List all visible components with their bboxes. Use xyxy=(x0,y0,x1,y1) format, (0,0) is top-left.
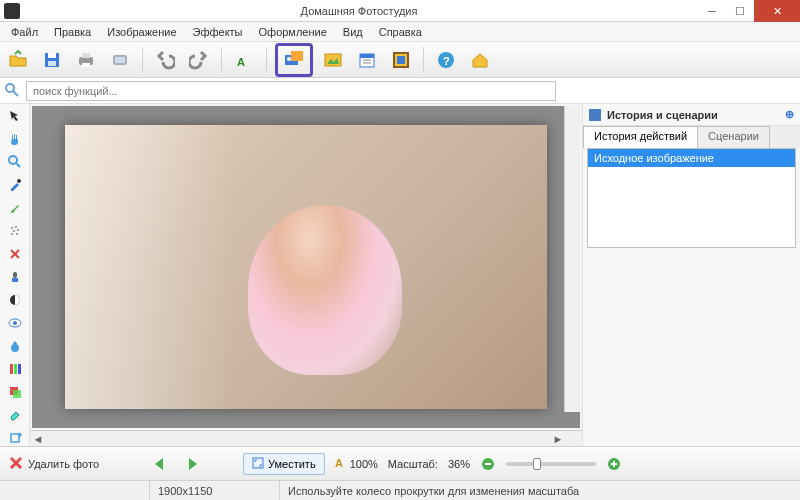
frames-icon[interactable] xyxy=(387,46,415,74)
svg-point-29 xyxy=(17,229,19,231)
redo-icon[interactable] xyxy=(185,46,213,74)
toolbar-separator xyxy=(266,47,267,73)
pointer-tool-icon[interactable] xyxy=(4,108,26,125)
maximize-button[interactable]: ☐ xyxy=(726,0,754,22)
svg-rect-12 xyxy=(325,54,341,66)
fit-button[interactable]: Уместить xyxy=(243,453,325,475)
close-button[interactable]: ✕ xyxy=(754,0,800,22)
color-picker-tool-icon[interactable] xyxy=(4,177,26,194)
menu-file[interactable]: Файл xyxy=(4,24,45,40)
hand-tool-icon[interactable] xyxy=(4,131,26,148)
menu-effects[interactable]: Эффекты xyxy=(186,24,250,40)
menubar: Файл Правка Изображение Эффекты Оформлен… xyxy=(0,22,800,42)
one-to-one-button[interactable]: A 100% xyxy=(335,457,378,471)
save-icon[interactable] xyxy=(38,46,66,74)
rotate-tool-icon[interactable] xyxy=(4,429,26,446)
svg-point-30 xyxy=(11,233,13,235)
undo-icon[interactable] xyxy=(151,46,179,74)
calendar-icon[interactable] xyxy=(353,46,381,74)
window-title: Домашняя Фотостудия xyxy=(20,5,698,17)
zoom-slider-thumb[interactable] xyxy=(533,458,541,470)
delete-photo-button[interactable]: Удалить фото xyxy=(8,455,99,473)
svg-rect-7 xyxy=(115,57,125,63)
redeye-tool-icon[interactable] xyxy=(4,314,26,331)
prev-image-button[interactable] xyxy=(149,453,171,475)
svg-line-22 xyxy=(13,91,18,96)
collapse-icon[interactable]: ⊕ xyxy=(785,108,794,121)
status-empty xyxy=(0,481,150,500)
svg-rect-18 xyxy=(397,56,405,64)
vertical-scrollbar[interactable] xyxy=(564,106,580,412)
panel-header: История и сценарии ⊕ xyxy=(583,104,800,126)
contrast-tool-icon[interactable] xyxy=(4,292,26,309)
zoom-slider[interactable] xyxy=(506,462,596,466)
photo-preview xyxy=(65,125,547,408)
open-folder-icon[interactable] xyxy=(4,46,32,74)
history-item[interactable]: Исходное изображение xyxy=(588,149,795,167)
history-list: Исходное изображение xyxy=(587,148,796,248)
blur-tool-icon[interactable] xyxy=(4,337,26,354)
eraser-tool-icon[interactable] xyxy=(4,406,26,423)
airbrush-tool-icon[interactable] xyxy=(4,223,26,240)
canvas-container: ◄ ► xyxy=(30,104,582,446)
bottombar: Удалить фото Уместить A 100% Масштаб: 36… xyxy=(0,446,800,480)
layers-tool-icon[interactable] xyxy=(4,383,26,400)
healing-tool-icon[interactable] xyxy=(4,246,26,263)
minimize-button[interactable]: ─ xyxy=(698,0,726,22)
svg-rect-47 xyxy=(253,458,263,468)
horizontal-scrollbar[interactable]: ◄ ► xyxy=(30,430,582,446)
svg-point-23 xyxy=(9,156,17,164)
svg-text:A: A xyxy=(335,457,343,469)
combine-images-icon[interactable] xyxy=(275,43,313,77)
svg-rect-10 xyxy=(291,51,303,61)
scroll-left-icon[interactable]: ◄ xyxy=(30,431,46,447)
side-toolbar xyxy=(0,104,30,446)
menu-edit[interactable]: Правка xyxy=(47,24,98,40)
svg-point-21 xyxy=(6,84,14,92)
brush-tool-icon[interactable] xyxy=(4,200,26,217)
zoom-out-button[interactable] xyxy=(480,456,496,472)
menu-view[interactable]: Вид xyxy=(336,24,370,40)
zoom-in-button[interactable] xyxy=(606,456,622,472)
tab-history[interactable]: История действий xyxy=(583,126,698,148)
one-to-one-icon: A xyxy=(335,457,347,471)
one-to-one-label: 100% xyxy=(350,458,378,470)
channels-tool-icon[interactable] xyxy=(4,360,26,377)
svg-rect-1 xyxy=(48,53,56,58)
toolbar-separator xyxy=(221,47,222,73)
stamp-tool-icon[interactable] xyxy=(4,269,26,286)
scan-icon[interactable] xyxy=(106,46,134,74)
menu-design[interactable]: Оформление xyxy=(252,24,334,40)
svg-rect-35 xyxy=(13,272,17,278)
print-icon[interactable] xyxy=(72,46,100,74)
scroll-right-icon[interactable]: ► xyxy=(550,431,566,447)
image-icon[interactable] xyxy=(319,46,347,74)
search-input[interactable] xyxy=(26,81,556,101)
panel-title: История и сценарии xyxy=(607,109,718,121)
delete-icon xyxy=(8,455,24,473)
status-hint: Используйте колесо прокрутки для изменен… xyxy=(280,481,800,500)
window-controls: ─ ☐ ✕ xyxy=(698,0,800,21)
svg-rect-2 xyxy=(48,61,56,66)
photo-subject xyxy=(248,205,402,375)
svg-rect-39 xyxy=(10,364,13,374)
svg-point-38 xyxy=(13,321,17,325)
panel-icon xyxy=(589,109,601,121)
canvas[interactable] xyxy=(32,106,580,428)
text-icon[interactable]: A xyxy=(230,46,258,74)
delete-label: Удалить фото xyxy=(28,458,99,470)
zoom-tool-icon[interactable] xyxy=(4,154,26,171)
titlebar: Домашняя Фотостудия ─ ☐ ✕ xyxy=(0,0,800,22)
help-icon[interactable]: ? xyxy=(432,46,460,74)
menu-help[interactable]: Справка xyxy=(372,24,429,40)
svg-rect-40 xyxy=(14,364,17,374)
svg-rect-44 xyxy=(11,434,19,442)
home-icon[interactable] xyxy=(466,46,494,74)
status-dimensions: 1900x1150 xyxy=(150,481,280,500)
svg-rect-14 xyxy=(360,54,374,58)
toolbar-separator xyxy=(423,47,424,73)
tab-scenarios[interactable]: Сценарии xyxy=(697,126,770,148)
menu-image[interactable]: Изображение xyxy=(100,24,183,40)
svg-rect-5 xyxy=(82,63,90,67)
next-image-button[interactable] xyxy=(181,453,203,475)
